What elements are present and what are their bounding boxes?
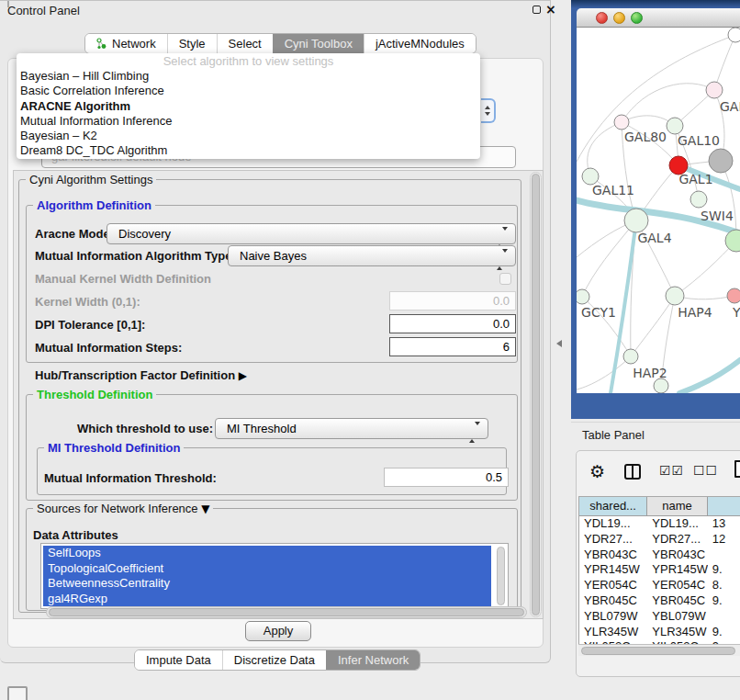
kernel-width-label: Kernel Width (0,1): — [35, 295, 140, 309]
mi-threshold-field[interactable]: 0.5 — [384, 468, 509, 487]
inference-combo-stepper[interactable] — [481, 98, 496, 123]
attribute-item-selected[interactable]: gal4RGexp — [43, 592, 491, 607]
node-label: SWI4 — [701, 209, 734, 223]
node-label: GAL1 — [678, 172, 712, 186]
tab-jactivemnodules[interactable]: jActiveMNodules — [364, 34, 476, 53]
network-node-gal[interactable] — [706, 82, 723, 98]
table-panel: ⚙ ☑☑ ☐☐ shared...name YDL19...YDL19...13… — [576, 450, 740, 677]
table-row[interactable]: YPR145WYPR145W9. — [579, 562, 740, 578]
table-toolbar: ⚙ ☑☑ ☐☐ — [577, 451, 740, 493]
node-label: HAP2 — [633, 366, 667, 380]
table-row[interactable]: YLR345WYLR345W9. — [579, 625, 740, 640]
network-edge[interactable] — [714, 35, 735, 90]
algorithm-option[interactable]: Basic Correlation Inference — [17, 84, 480, 98]
which-threshold-label: Which threshold to use: — [77, 422, 213, 435]
tab-style[interactable]: Style — [167, 34, 217, 53]
manual-kernel-checkbox[interactable] — [499, 273, 511, 285]
table-row[interactable]: YER054CYER054C8. — [579, 578, 740, 593]
column-header[interactable]: name — [647, 497, 708, 516]
network-edge-thick[interactable] — [679, 360, 740, 393]
kernel-width-field[interactable]: 0.0 — [389, 291, 516, 310]
columns-icon[interactable] — [624, 464, 641, 480]
stepper-icon — [497, 250, 508, 269]
network-node-gal10[interactable] — [667, 118, 683, 134]
select-all-checks-icon[interactable]: ☑☑ — [659, 463, 684, 478]
table-panel-title: Table Panel — [582, 428, 645, 442]
which-threshold-combo[interactable]: MI Threshold — [215, 418, 488, 439]
group-title: Sources for Network Inference — [37, 502, 198, 515]
network-node-gal80[interactable] — [614, 115, 629, 130]
network-node-gcy1[interactable] — [577, 289, 589, 304]
algorithm-option[interactable]: Dream8 DC_TDC Algorithm — [17, 143, 480, 158]
close-traffic-light[interactable] — [596, 12, 608, 24]
float-window-icon[interactable] — [533, 6, 541, 14]
attribute-item-selected[interactable]: SelfLoops — [43, 546, 491, 561]
attributes-listbox[interactable]: SelfLoopsTopologicalCoefficientBetweenne… — [40, 543, 509, 609]
network-edge[interactable] — [675, 241, 736, 296]
tab-infer-network[interactable]: Infer Network — [326, 650, 420, 670]
table-row[interactable]: YBR043CYBR043C — [579, 548, 740, 563]
network-canvas[interactable]: GALGAL80GAL10GAL1GAL11SWI4GAL4GCY1HAP4YH… — [577, 28, 740, 393]
gear-icon[interactable]: ⚙ — [589, 459, 605, 483]
network-node[interactable] — [709, 149, 733, 173]
table-row[interactable]: YBR045CYBR045C9. — [579, 593, 740, 609]
tab-discretize-data[interactable]: Discretize Data — [222, 650, 326, 670]
scrollbar-thumb[interactable] — [49, 608, 524, 616]
minimize-traffic-light[interactable] — [613, 12, 625, 24]
scrollbar-thumb[interactable] — [581, 647, 735, 655]
network-node[interactable] — [728, 28, 740, 42]
attribute-item-selected[interactable]: BetweennessCentrality — [43, 576, 491, 592]
apply-button[interactable]: Apply — [245, 621, 311, 641]
network-edge[interactable] — [631, 296, 675, 356]
tab-impute-data[interactable]: Impute Data — [135, 650, 222, 670]
network-node-hap4[interactable] — [666, 287, 684, 305]
list-scrollbar[interactable] — [497, 547, 505, 605]
algorithm-option[interactable]: ARACNE Algorithm — [17, 99, 480, 114]
algorithm-option[interactable]: Bayesian – Hill Climbing — [17, 69, 480, 84]
settings-horizontal-scrollbar[interactable] — [46, 606, 527, 618]
table-row[interactable]: YBL079WYBL079W — [579, 609, 740, 625]
network-node[interactable] — [725, 230, 740, 252]
table-horizontal-scrollbar[interactable] — [578, 644, 740, 656]
aracne-mode-combo[interactable]: Discovery — [107, 223, 516, 244]
network-node-y[interactable] — [727, 288, 740, 303]
table-row[interactable]: YDR27...YDR27...12 — [579, 532, 740, 548]
network-edge[interactable] — [577, 356, 631, 390]
zoom-traffic-light[interactable] — [631, 12, 643, 24]
mi-algorithm-type-combo[interactable]: Naive Bayes — [228, 245, 516, 266]
tab-network[interactable]: Network — [85, 34, 167, 53]
table-cell: YPR145W — [647, 562, 708, 578]
table-cell: 8. — [708, 578, 740, 593]
sources-header[interactable]: Sources for Network Inference ▼ — [33, 502, 213, 515]
tab-select[interactable]: Select — [217, 34, 273, 53]
node-label: GCY1 — [581, 305, 616, 320]
algorithm-option[interactable]: Bayesian – K2 — [17, 129, 480, 143]
scrollbar-thumb[interactable] — [532, 174, 540, 615]
deselect-all-checks-icon[interactable]: ☐☐ — [693, 463, 718, 478]
bottom-tabbar: Impute Data Discretize Data Infer Networ… — [134, 649, 420, 671]
export-table-icon[interactable] — [734, 460, 740, 478]
close-icon[interactable]: × — [545, 2, 556, 17]
control-panel-tabbar: Network Style Select Cyni Toolbox jActiv… — [84, 33, 477, 54]
dpi-tolerance-field[interactable]: 0.0 — [389, 314, 516, 333]
table-row[interactable]: YDL19...YDL19...13 — [579, 516, 740, 532]
minimized-panel-grip[interactable] — [7, 686, 28, 700]
control-panel-titlebar[interactable]: Control Panel × — [0, 1, 550, 19]
control-panel-window: Control Panel × Network Style Select — [0, 0, 551, 663]
network-node-gal4[interactable] — [624, 209, 648, 232]
attribute-item-selected[interactable]: TopologicalCoefficient — [43, 561, 491, 577]
tab-cyni-toolbox[interactable]: Cyni Toolbox — [273, 34, 364, 53]
mi-steps-field[interactable]: 6 — [389, 337, 516, 356]
column-header[interactable] — [708, 497, 740, 516]
manual-kernel-label: Manual Kernel Width Definition — [35, 272, 211, 286]
algorithm-option[interactable]: Mutual Information Inference — [17, 114, 480, 129]
network-node-swi4[interactable] — [690, 191, 707, 208]
table-cell: YBR045C — [579, 593, 647, 609]
network-node[interactable] — [654, 378, 668, 393]
settings-vertical-scrollbar[interactable] — [530, 172, 542, 617]
column-header[interactable]: shared... — [579, 497, 647, 516]
network-titlebar[interactable] — [577, 8, 740, 28]
network-node-hap2[interactable] — [623, 349, 638, 364]
hub-definition-expander[interactable]: Hub/Transcription Factor Definition ▶ — [35, 368, 247, 382]
splitter-handle[interactable] — [556, 340, 562, 347]
